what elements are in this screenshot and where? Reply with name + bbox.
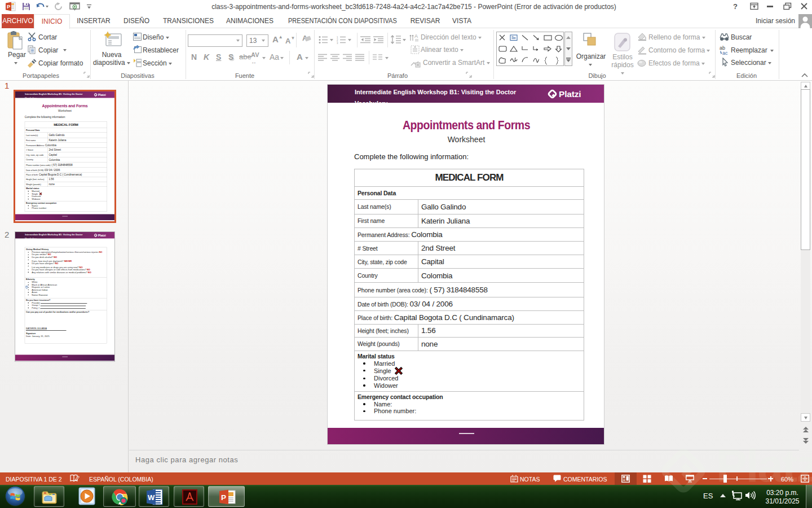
svg-text:A: A: [414, 33, 418, 39]
svg-text:ac: ac: [722, 50, 728, 55]
svg-text:P: P: [221, 493, 226, 502]
svg-text:W: W: [148, 493, 155, 502]
svg-text:P: P: [7, 3, 11, 10]
svg-text:3: 3: [337, 42, 338, 45]
